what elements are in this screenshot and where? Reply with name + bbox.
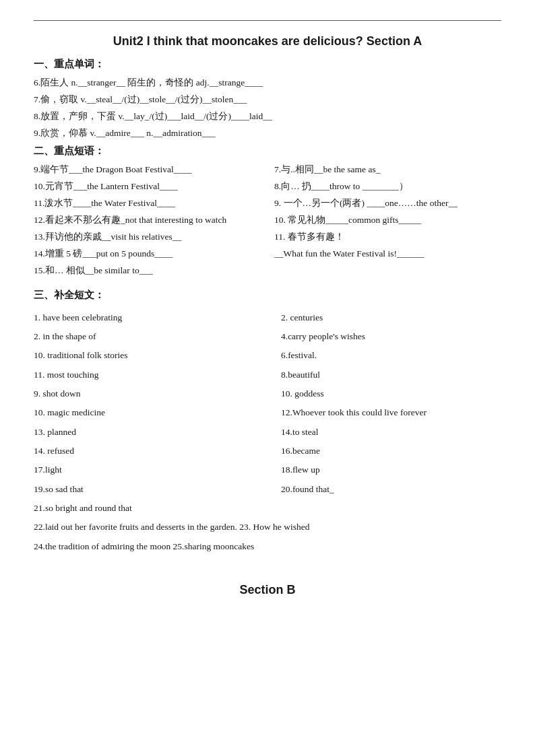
phrase-left-3: 12.看起来不那么有趣_not that interesting to watc… (34, 212, 261, 229)
section1-heading: 一、重点单词： (34, 58, 501, 71)
fill-left-col: 1. have been celebrating 2. in the shape… (34, 308, 268, 518)
section-b-title: Section B (34, 583, 501, 597)
phrase-right-3: 10. 常见礼物_____common gifts_____ (274, 212, 501, 229)
phrase-right-0: 7.与..相同__be the same as_ (274, 162, 501, 178)
fill-right-col: 2. centuries 4.carry people's wishes 6.f… (268, 308, 501, 518)
fill-right-7: 16.became (281, 442, 501, 460)
vocab-line-1: 6.陌生人 n.__stranger__ 陌生的，奇怪的 adj.__stran… (34, 75, 501, 92)
fill-left-5: 10. magic medicine (34, 403, 254, 422)
fill-right-0: 2. centuries (281, 308, 501, 327)
phrase-section: 9.端午节___the Dragon Boat Festival____ 10.… (34, 162, 501, 279)
fill-left-2: 10. traditional folk stories (34, 346, 254, 365)
phrase-left-col: 9.端午节___the Dragon Boat Festival____ 10.… (34, 162, 268, 279)
fill-left-9: 19.so sad that (34, 480, 254, 499)
vocab-lines: 6.陌生人 n.__stranger__ 陌生的，奇怪的 adj.__stran… (34, 75, 501, 142)
fill-right-3: 8.beautiful (281, 366, 501, 384)
phrase-right-2: 9. 一个…另一个(两者) ____one……the other__ (274, 195, 501, 212)
fill-left-4: 9. shot down (34, 384, 254, 403)
fill-left-0: 1. have been celebrating (34, 308, 254, 327)
fill-right-8: 18.flew up (281, 460, 501, 479)
fill-right-6: 14.to steal (281, 423, 501, 442)
fill-full-0: 22.laid out her favorite fruits and dess… (34, 518, 501, 537)
fill-two-col: 1. have been celebrating 2. in the shape… (34, 308, 501, 518)
fill-right-2: 6.festival. (281, 346, 501, 365)
phrase-right-1: 8.向… 扔____throw to ________） (274, 178, 501, 195)
phrase-left-0: 9.端午节___the Dragon Boat Festival____ (34, 162, 261, 178)
phrase-right-4: 11. 春节多有趣！ (274, 229, 501, 246)
section2-heading: 二、重点短语： (34, 145, 501, 158)
fill-right-9: 20.found that_ (281, 480, 501, 499)
section3-heading: 三、补全短文： (34, 289, 501, 302)
phrase-left-4: 13.拜访他的亲戚__visit his relatives__ (34, 229, 261, 246)
fill-left-8: 17.light (34, 460, 254, 479)
phrase-right-5: __What fun the Water Festival is!______ (274, 246, 501, 263)
fill-left-6: 13. planned (34, 423, 254, 442)
vocab-line-4: 9.欣赏，仰慕 v.__admire___ n.__admiration___ (34, 125, 501, 142)
fill-right-4: 10. goddess (281, 384, 501, 403)
page-title: Unit2 I think that mooncakes are delicio… (34, 34, 501, 48)
phrase-left-1: 10.元宵节___the Lantern Festival____ (34, 178, 261, 195)
phrase-right-col: 7.与..相同__be the same as_ 8.向… 扔____throw… (268, 162, 501, 279)
phrase-left-6: 15.和… 相似__be similar to___ (34, 263, 261, 279)
fill-right-1: 4.carry people's wishes (281, 327, 501, 346)
phrase-left-2: 11.泼水节____the Water Festival____ (34, 195, 261, 212)
top-divider (34, 20, 501, 21)
fill-right-5: 12.Whoever took this could live forever (281, 403, 501, 422)
fill-full-1: 24.the tradition of admiring the moon 25… (34, 537, 501, 556)
vocab-line-2: 7.偷，窃取 v.__steal__/(过)__stole__/(过分)__st… (34, 92, 501, 108)
phrase-left-5: 14.增重 5 磅___put on 5 pounds____ (34, 246, 261, 263)
fill-left-3: 11. most touching (34, 366, 254, 384)
fill-left-10: 21.so bright and round that (34, 499, 254, 518)
fill-left-1: 2. in the shape of (34, 327, 254, 346)
vocab-line-3: 8.放置，产卵，下蛋 v.__lay_/(过)___laid__/(过分)___… (34, 108, 501, 125)
fill-left-7: 14. refused (34, 442, 254, 460)
fill-section: 三、补全短文： 1. have been celebrating 2. in t… (34, 289, 501, 556)
